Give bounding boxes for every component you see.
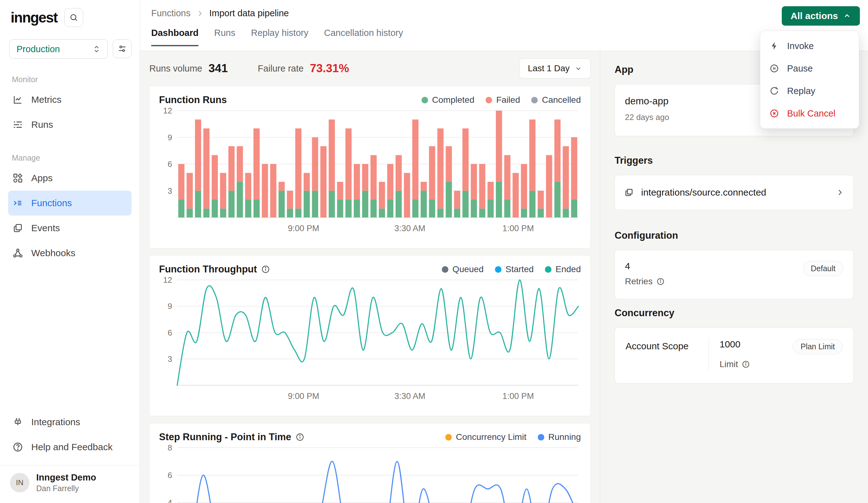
menu-item-invoke[interactable]: Invoke [760, 35, 859, 57]
environment-filter-button[interactable] [113, 39, 132, 58]
sidebar-item-runs[interactable]: Runs [8, 112, 132, 137]
retries-card: 4 Retries Default [614, 250, 854, 299]
legend-label: Running [548, 432, 581, 442]
functions-list-icon [12, 198, 23, 208]
info-icon[interactable] [261, 265, 270, 274]
sidebar-nav-manage: Apps Functions Events Webhooks [8, 166, 132, 266]
plug-icon [12, 417, 23, 428]
search-button[interactable] [64, 8, 83, 27]
svg-text:12: 12 [163, 106, 172, 115]
legend-ended[interactable]: Ended [545, 264, 581, 274]
step-running-chart[interactable]: 2468 [159, 443, 581, 503]
retries-label: Retries [625, 277, 653, 287]
tab-cancellation-history[interactable]: Cancellation history [324, 28, 403, 46]
all-actions-button[interactable]: All actions [782, 6, 860, 25]
function-throughput-legend: Queued Started Ended [442, 264, 581, 274]
svg-text:1:00 PM: 1:00 PM [503, 391, 534, 401]
tab-runs[interactable]: Runs [214, 28, 235, 46]
function-runs-chart[interactable]: 369129:00 PM3:30 AM1:00 PM [159, 106, 581, 234]
trigger-row[interactable]: integrations/source.connected [614, 175, 854, 210]
concurrency-limit-value: 1000 [720, 339, 741, 350]
sidebar-nav-monitor: Metrics Runs [8, 87, 132, 137]
sidebar-footer: Integrations Help and Feedback IN Innges… [8, 410, 132, 503]
environment-selector[interactable]: Production [9, 39, 108, 59]
concurrency-heading: Concurrency [614, 307, 854, 319]
menu-item-label: Replay [787, 86, 815, 96]
legend-completed[interactable]: Completed [422, 95, 474, 105]
default-badge: Default [803, 261, 843, 276]
apps-shapes-icon [12, 173, 23, 183]
legend-started[interactable]: Started [495, 264, 534, 274]
sidebar-item-integrations[interactable]: Integrations [8, 410, 132, 434]
sidebar-item-metrics[interactable]: Metrics [8, 87, 132, 112]
chart-line-icon [12, 94, 23, 105]
sidebar-item-label: Events [31, 223, 60, 233]
configuration-heading: Configuration [614, 230, 854, 241]
function-runs-legend: Completed Failed Cancelled [422, 95, 581, 105]
legend-dot [442, 266, 448, 273]
time-range-select[interactable]: Last 1 Day [519, 59, 590, 79]
breadcrumb-functions[interactable]: Functions [151, 8, 190, 19]
legend-dot [531, 97, 538, 103]
legend-dot [486, 97, 492, 103]
inngest-logo: inngest [11, 9, 58, 26]
user-account-button[interactable]: IN Inngest Demo Dan Farrelly [8, 465, 132, 501]
svg-text:6: 6 [168, 328, 172, 337]
breadcrumb: Functions Import data pipeline [151, 0, 868, 19]
avatar: IN [10, 473, 29, 492]
function-runs-card: Function Runs Completed Failed [149, 86, 590, 248]
svg-text:12: 12 [163, 275, 172, 285]
stat-value: 73.31% [310, 62, 349, 75]
legend-running[interactable]: Running [538, 432, 581, 442]
function-throughput-chart[interactable]: 369129:00 PM3:30 AM1:00 PM [159, 275, 581, 401]
legend-label: Queued [453, 264, 484, 274]
chevron-up-icon [843, 12, 851, 20]
legend-dot [445, 434, 452, 441]
webhook-icon [12, 248, 23, 258]
legend-label: Ended [556, 264, 581, 274]
svg-text:8: 8 [168, 443, 172, 452]
sidebar-item-functions[interactable]: Functions [8, 191, 132, 216]
sidebar-item-label: Help and Feedback [31, 442, 113, 452]
menu-item-label: Bulk Cancel [787, 109, 836, 119]
legend-concurrency-limit[interactable]: Concurrency Limit [445, 432, 527, 442]
function-runs-title: Function Runs [159, 94, 227, 106]
stat-runs-volume: Runs volume 341 [149, 62, 228, 75]
sidebar-section-monitor: Monitor [8, 75, 132, 84]
legend-queued[interactable]: Queued [442, 264, 484, 274]
menu-item-label: Pause [787, 63, 813, 74]
bolt-icon [769, 41, 779, 51]
svg-text:9: 9 [168, 133, 172, 142]
concurrency-card: Account Scope 1000 Plan Limit Limit [614, 327, 854, 383]
menu-item-bulk-cancel[interactable]: Bulk Cancel [760, 102, 859, 125]
event-copy-icon [624, 188, 634, 197]
legend-failed[interactable]: Failed [486, 95, 520, 105]
menu-item-replay[interactable]: Replay [760, 80, 859, 102]
stat-value: 341 [208, 62, 228, 75]
info-icon[interactable] [296, 433, 304, 441]
info-icon[interactable] [742, 360, 750, 368]
stat-label: Failure rate [258, 63, 304, 74]
tab-dashboard[interactable]: Dashboard [151, 28, 198, 46]
svg-text:3: 3 [168, 186, 172, 196]
menu-item-label: Invoke [787, 41, 814, 51]
menu-item-pause[interactable]: Pause [760, 57, 859, 80]
info-icon[interactable] [657, 277, 664, 286]
user-org: Inngest Demo [36, 472, 96, 483]
sidebar: inngest Production Monitor [0, 0, 140, 503]
sidebar-item-events[interactable]: Events [8, 216, 132, 240]
legend-label: Started [506, 264, 534, 274]
environment-selector-value: Production [17, 44, 60, 54]
sidebar-item-help[interactable]: Help and Feedback [8, 434, 132, 460]
legend-cancelled[interactable]: Cancelled [531, 95, 581, 105]
top-bar: Functions Import data pipeline Dashboard… [140, 0, 868, 51]
step-running-title: Step Running - Point in Time [159, 431, 291, 443]
legend-label: Concurrency Limit [456, 432, 527, 442]
tab-replay-history[interactable]: Replay history [251, 28, 308, 46]
sidebar-item-label: Apps [31, 173, 52, 183]
sidebar-item-label: Runs [31, 119, 53, 130]
svg-text:1:00 PM: 1:00 PM [503, 224, 534, 233]
sidebar-item-webhooks[interactable]: Webhooks [8, 240, 132, 266]
sidebar-item-apps[interactable]: Apps [8, 166, 132, 191]
svg-text:9:00 PM: 9:00 PM [288, 224, 319, 233]
